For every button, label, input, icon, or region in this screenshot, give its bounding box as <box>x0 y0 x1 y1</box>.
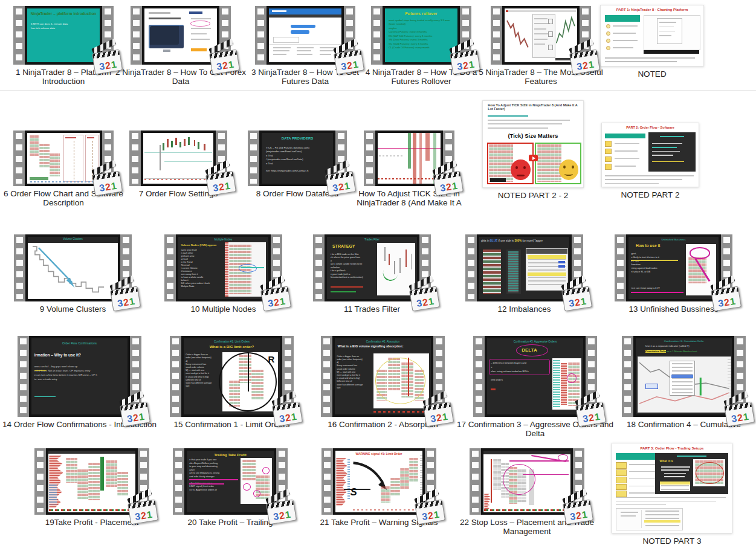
doc-tile-noted-part2[interactable]: PART 2: Order Flow - Software NOTED PART… <box>601 123 699 199</box>
slide-body: Order is bigger than an order (see other… <box>337 355 371 390</box>
happy-side-graphic <box>535 143 581 185</box>
video-tile-22[interactable]: 321 22 Stop Loss – Placement and Trade M… <box>470 448 584 536</box>
document-thumbnail[interactable]: PART 2: Order Flow - Software <box>601 123 699 187</box>
film-sprockets-icon <box>170 338 181 414</box>
video-tile-4[interactable]: Futures rollover most symbol stops being… <box>371 6 471 86</box>
video-thumbnail[interactable]: WARNING signal #1: Limit Order S 321 <box>321 448 436 515</box>
video-tile-12[interactable]: ghts in BLUE if one side is 300% (or mor… <box>465 234 583 314</box>
slide-title: NinjaTrader – platform introduction <box>27 11 100 16</box>
video-thumbnail[interactable]: 321 <box>470 448 584 515</box>
video-thumbnail[interactable]: Trades Filter STRATEGY t for a BIG trade… <box>313 234 431 301</box>
film-sprockets-icon <box>173 451 184 512</box>
film-sprockets-icon <box>364 133 375 184</box>
video-thumbnail[interactable]: Confirmation #4: Cumulative Delta Use it… <box>622 336 746 417</box>
film-sprockets-icon <box>615 237 626 299</box>
video-thumbnail[interactable]: NinjaTrader – platform introduction 6 MT… <box>13 6 114 65</box>
slide-header: Confirmation #1: Limit Orders <box>184 340 280 344</box>
slide-text: ghts in BLUE if one side is 300% (or mor… <box>481 239 543 243</box>
video-tile-10[interactable]: Multiple Nodes Volume Nodes (HVN) appear… <box>164 234 282 314</box>
slide-title: How to use it <box>636 243 660 248</box>
volume-profile <box>336 458 347 506</box>
video-thumbnail[interactable]: DATA PROVIDERS TICK – FX and Futures (ki… <box>248 130 347 186</box>
slide-title: DATA PROVIDERS <box>262 136 333 141</box>
film-sprockets-icon <box>465 237 477 299</box>
slide-title: Trailing Take Profit <box>187 453 274 458</box>
slide-title: STRATEGY <box>332 243 355 250</box>
video-tile-2[interactable]: 321 2 NinjaTrader 8 – How To Get Forex D… <box>131 6 231 86</box>
video-tile-15[interactable]: Confirmation #1: Limit Orders What is a … <box>170 336 294 429</box>
doc-tile-noted-part3[interactable]: PART 3: Order Flow - Trading Setups What… <box>612 443 732 546</box>
video-tile-8[interactable]: DATA PROVIDERS TICK – FX and Futures (ki… <box>248 130 347 198</box>
slide-body: most symbol stops being traded usually e… <box>389 19 450 50</box>
chart-panel <box>638 356 731 413</box>
video-thumbnail[interactable]: Futures rollover most symbol stops being… <box>371 6 471 65</box>
slide-preview: Trades Filter STRATEGY t for a BIG trade… <box>327 237 417 299</box>
video-thumbnail[interactable]: 321 <box>255 6 355 65</box>
film-sprockets-icon <box>18 338 29 414</box>
video-tile-5[interactable]: 321 5 NinjaTrader 8 – The Most Useful Fe… <box>491 6 591 86</box>
video-tile-18[interactable]: Confirmation #4: Cumulative Delta Use it… <box>622 336 746 429</box>
film-sprockets-icon <box>371 8 383 62</box>
doc-caption[interactable]: NOTED <box>583 69 721 79</box>
video-tile-7[interactable]: 321 7 Order Flow Settings <box>129 130 227 198</box>
video-thumbnail[interactable]: Confirmation #1: Limit Orders What is a … <box>170 336 294 417</box>
video-tile-14[interactable]: Order Flow Confirmations irmation – Why … <box>18 336 141 429</box>
video-thumbnail[interactable]: Order Flow Confirmations irmation – Why … <box>18 336 141 417</box>
settings-table <box>526 248 567 291</box>
video-thumbnail[interactable]: 321 <box>13 130 114 186</box>
doc-tile-noted-part2-2[interactable]: How To Adjust TICK SIZE in NinjaTrader 8… <box>482 100 584 200</box>
video-thumbnail[interactable]: 321 <box>491 6 591 65</box>
video-thumbnail[interactable]: Multiple Nodes Volume Nodes (HVN) appear… <box>164 234 282 301</box>
video-thumbnail[interactable]: Confirmation #3: Aggressive Orders DELTA… <box>473 336 597 417</box>
document-thumbnail[interactable]: PART 3: Order Flow - Trading Setups What… <box>612 443 732 533</box>
video-tile-19[interactable]: 321 19Take Profit - Placement <box>34 448 149 527</box>
mpc-321-icon: 321 <box>325 167 356 196</box>
video-tile-6[interactable]: 321 6 Order Flow Chart and Software Desc… <box>13 130 114 208</box>
mpc-321-icon: 321 <box>723 398 755 427</box>
video-tile-20[interactable]: Trailing Take Profit e that your trade i… <box>173 448 288 527</box>
slide-preview: Confirmation #2: Absorption What is a BI… <box>335 338 431 414</box>
slide-footer: nce can move away a LOT <box>631 286 660 290</box>
video-thumbnail[interactable]: 321 <box>364 130 454 186</box>
video-tile-9[interactable]: Volume Clusters 321 9 Volume Clusters <box>14 234 132 314</box>
video-thumbnail[interactable]: 321 <box>131 6 231 65</box>
play-button-icon <box>529 155 538 161</box>
mpc-321-icon: 321 <box>205 167 236 196</box>
slide-body: TICK – FX and Futures (kinetick.com) (ni… <box>266 146 309 173</box>
slide-title: irmation – Why to use it? <box>34 352 81 358</box>
film-sprockets-icon <box>473 338 485 414</box>
video-tile-16[interactable]: Confirmation #2: Absorption What is a BI… <box>321 336 445 429</box>
doc-tile-noted[interactable]: PART 1: NinjaTrader 8 - Charting Platfor… <box>600 5 704 79</box>
mpc-321-icon: 321 <box>91 45 123 75</box>
slide-title: Futures rollover <box>385 11 457 17</box>
slide-preview: Trailing Take Profit e that your trade i… <box>187 451 274 512</box>
video-thumbnail[interactable]: 321 <box>34 448 149 515</box>
video-tile-ticksize[interactable]: 321 How To Adjust TICK SIZE in NinjaTrad… <box>364 130 454 208</box>
mpc-321-icon: 321 <box>91 167 123 196</box>
chart-preview: Volume Clusters <box>28 237 118 299</box>
document-thumbnail[interactable]: How To Adjust TICK SIZE in NinjaTrader 8… <box>482 100 584 188</box>
doc-caption[interactable]: NOTED PART 2 <box>584 190 716 199</box>
video-thumbnail[interactable]: Trailing Take Profit e that your trade i… <box>173 448 288 515</box>
film-sprockets-icon <box>491 8 502 62</box>
video-thumbnail[interactable]: Confirmation #2: Absorption What is a BI… <box>321 336 445 417</box>
doc-caption[interactable]: NOTED PART 3 <box>595 536 749 546</box>
video-tile-13[interactable]: Unfinished Bussiness How to use it gest,… <box>615 234 732 314</box>
video-tile-17[interactable]: Confirmation #3: Aggressive Orders DELTA… <box>473 336 597 439</box>
film-sprockets-icon <box>313 237 325 299</box>
video-thumbnail[interactable]: Unfinished Bussiness How to use it gest,… <box>615 234 732 301</box>
slide-preview: DATA PROVIDERS TICK – FX and Futures (ki… <box>262 133 333 184</box>
video-thumbnail[interactable]: 321 <box>129 130 227 186</box>
mpc-321-icon: 321 <box>710 282 741 312</box>
video-tile-11[interactable]: Trades Filter STRATEGY t for a BIG trade… <box>313 234 431 314</box>
dropdown-menu <box>670 361 695 396</box>
video-thumbnail[interactable]: Volume Clusters 321 <box>14 234 132 301</box>
document-thumbnail[interactable]: PART 1: NinjaTrader 8 - Charting Platfor… <box>600 5 704 66</box>
video-tile-21[interactable]: WARNING signal #1: Limit Order S 321 21 … <box>321 448 436 527</box>
video-tile-3[interactable]: 321 3 NinjaTrader 8 – How To Get Futures… <box>255 6 355 86</box>
film-sprockets-icon <box>14 237 25 299</box>
video-tile-1[interactable]: NinjaTrader – platform introduction 6 MT… <box>13 6 114 86</box>
doc-caption[interactable]: NOTED PART 2 - 2 <box>465 191 601 200</box>
slide-body: Order is bigger than an order (see other… <box>186 353 220 388</box>
video-thumbnail[interactable]: ghts in BLUE if one side is 300% (or mor… <box>465 234 583 301</box>
